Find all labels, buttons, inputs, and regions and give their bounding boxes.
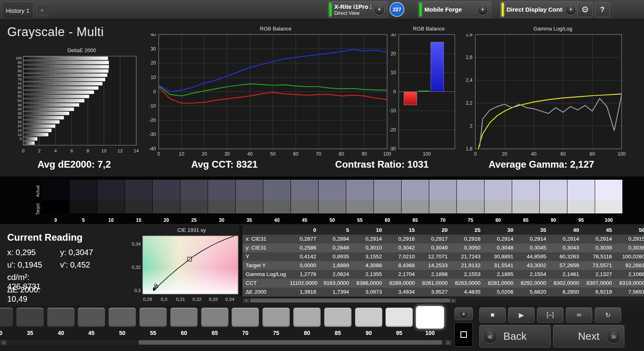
pattern-level-button-30[interactable] xyxy=(0,307,13,327)
meter-dropdown[interactable]: X-Rite i1Pro 2 Direct View ▼ xyxy=(328,1,388,18)
svg-text:65: 65 xyxy=(18,86,22,90)
add-tab-button[interactable]: + xyxy=(36,5,48,16)
pattern-level-button-90[interactable] xyxy=(355,307,383,327)
svg-text:0,3: 0,3 xyxy=(134,288,141,293)
refresh-button[interactable]: ↻ xyxy=(595,307,621,323)
scroll-left-icon[interactable]: ◄ xyxy=(0,340,7,345)
pattern-scrollbar-thumb[interactable] xyxy=(139,340,442,345)
measure-single-icon: [–] xyxy=(547,311,554,319)
deltae-bar-100 xyxy=(23,57,108,60)
pattern-level-button-75[interactable] xyxy=(262,307,290,327)
reading-de2000: ΔE 2000: 10,49 xyxy=(7,285,60,298)
chevron-down-icon[interactable]: ▼ xyxy=(565,4,576,15)
grayscale-swatch-100: 100 xyxy=(595,180,622,213)
measure-continuous-button[interactable]: ∞ xyxy=(566,307,592,323)
svg-text:-20: -20 xyxy=(389,127,396,133)
table-cell: 0,2586 xyxy=(290,243,323,252)
grayscale-swatch-20: 20 xyxy=(153,180,180,213)
swatch-level-label: 65 xyxy=(402,217,429,223)
grayscale-swatch-65: 65 xyxy=(402,180,429,213)
table-cell: 0,3042 xyxy=(388,243,421,252)
measurement-count-badge[interactable]: 227 xyxy=(390,2,404,17)
table-row: Gamma Log/Log1,27782,06242,13552,17042,1… xyxy=(239,270,644,279)
pattern-window-button[interactable] xyxy=(454,323,473,347)
grayscale-swatch-35: 35 xyxy=(236,180,263,213)
deltae-bar-75 xyxy=(23,78,105,81)
pattern-level-label: 50 xyxy=(108,330,136,336)
svg-text:0,34: 0,34 xyxy=(132,241,141,246)
svg-text:2,4: 2,4 xyxy=(466,77,472,83)
svg-text:20: 20 xyxy=(502,151,507,157)
pattern-level-button-65[interactable] xyxy=(201,307,229,327)
column-header: 20 xyxy=(421,225,454,235)
table-cell: 0,3050 xyxy=(454,243,487,252)
svg-text:2,6: 2,6 xyxy=(466,55,472,60)
deltae-bar-65 xyxy=(23,86,98,89)
scroll-left-icon[interactable]: ◄ xyxy=(243,298,249,303)
settings-button[interactable]: ⚙ xyxy=(577,2,593,17)
table-horizontal-scrollbar[interactable]: ◄ ► xyxy=(242,298,457,304)
table-cell: 0,2894 xyxy=(323,235,355,243)
chevron-down-icon[interactable]: ▼ xyxy=(374,4,385,15)
table-cell: 1,7394 xyxy=(323,288,355,296)
measure-single-button[interactable]: [–] xyxy=(537,307,563,323)
scroll-right-icon[interactable]: ► xyxy=(445,340,452,345)
column-header: 50 xyxy=(618,225,644,235)
column-header: 25 xyxy=(454,225,487,235)
target-swatch xyxy=(97,201,125,213)
pattern-level-button-35[interactable] xyxy=(16,307,44,327)
pattern-level-button-70[interactable] xyxy=(231,307,259,327)
svg-text:2,2: 2,2 xyxy=(466,100,472,106)
svg-text:10: 10 xyxy=(101,148,107,153)
chevron-down-icon[interactable]: ▼ xyxy=(477,4,488,15)
actual-swatch xyxy=(402,180,429,201)
target-swatch xyxy=(180,201,208,213)
pattern-level-button-50[interactable] xyxy=(108,307,136,327)
swatch-level-label: 35 xyxy=(236,217,263,223)
display-control-dropdown[interactable]: Direct Display Control ▼ xyxy=(500,1,579,18)
swatch-level-label: 25 xyxy=(180,217,208,223)
grayscale-swatch-50: 50 xyxy=(319,180,346,213)
scroll-right-icon[interactable]: ► xyxy=(450,298,456,303)
deltae-bar-70 xyxy=(23,82,102,85)
back-button[interactable]: « Back xyxy=(479,325,551,347)
pattern-level-button-80[interactable] xyxy=(293,307,321,327)
pattern-level-button-45[interactable] xyxy=(77,307,105,327)
table-scrollbar-thumb[interactable] xyxy=(250,298,450,302)
table-gutter xyxy=(239,243,242,252)
actual-swatch xyxy=(485,180,512,201)
display-control-name: Direct Display Control xyxy=(507,6,563,13)
actual-swatch xyxy=(319,180,346,201)
pattern-level-label: 75 xyxy=(262,330,290,336)
table-cell: 0,2916 xyxy=(388,235,421,243)
pattern-list-scrollbar[interactable]: ◄ ► xyxy=(0,339,452,346)
help-button[interactable]: ? xyxy=(595,2,610,17)
pattern-level-button-95[interactable] xyxy=(385,307,413,327)
pattern-level-button-85[interactable] xyxy=(324,307,352,327)
grayscale-swatch-70: 70 xyxy=(429,180,456,213)
table-cell: 0,3043 xyxy=(553,243,585,252)
row-label: ΔE 2000 xyxy=(242,288,290,296)
history-tab[interactable]: History 1 xyxy=(2,2,34,19)
svg-text:0,32: 0,32 xyxy=(132,265,141,270)
actual-swatch xyxy=(346,180,373,201)
next-button[interactable]: Next » xyxy=(553,325,624,347)
table-cell: 0,2848 xyxy=(323,243,355,252)
svg-text:2,8: 2,8 xyxy=(466,34,472,37)
stop-button[interactable]: ■ xyxy=(479,307,506,323)
pattern-level-button-60[interactable] xyxy=(170,307,198,327)
source-dropdown[interactable]: Mobile Forge ▼ xyxy=(418,1,491,18)
pattern-level-button-100[interactable] xyxy=(416,306,444,329)
pattern-level-button-40[interactable] xyxy=(47,307,75,327)
deltae-bar-0 xyxy=(23,142,34,145)
svg-text:100: 100 xyxy=(618,151,626,157)
play-button[interactable]: ▶ xyxy=(508,307,535,323)
target-swatch xyxy=(512,201,539,213)
svg-text:100: 100 xyxy=(423,151,431,157)
pattern-level-button-55[interactable] xyxy=(139,307,167,327)
table-header-blank xyxy=(242,225,290,235)
table-gutter xyxy=(239,288,242,296)
table-cell: 0,2914 xyxy=(520,235,553,243)
scroll-up-button[interactable]: ▲ xyxy=(454,307,473,320)
pattern-level-label: 100 xyxy=(416,330,444,336)
